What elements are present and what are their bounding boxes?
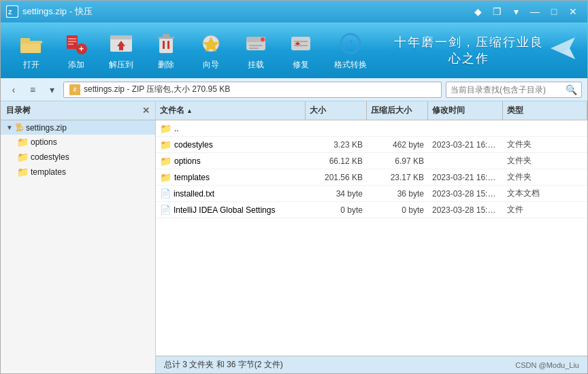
- cell-type-installed: 文本文档: [503, 186, 587, 201]
- wizard-label: 向导: [203, 59, 219, 71]
- cell-type-intellij: 文件: [503, 202, 587, 218]
- cell-packed-templates: 23.17 KB: [367, 169, 428, 185]
- dropdown-btn[interactable]: ▾: [507, 5, 525, 18]
- delete-icon: [153, 31, 179, 56]
- sort-arrow: ▲: [186, 107, 193, 114]
- col-header-size[interactable]: 大小: [306, 101, 367, 120]
- tree-close-btn[interactable]: ✕: [142, 105, 150, 116]
- delete-button[interactable]: 删除: [145, 27, 187, 73]
- expand-arrow: ▼: [6, 124, 13, 131]
- cell-packed-installed: 36 byte: [367, 186, 428, 201]
- file-row-intellij[interactable]: 📄 IntelliJ IDEA Global Settings 0 byte 0…: [156, 202, 587, 218]
- cell-name-installed: 📄 installed.txt: [156, 186, 306, 201]
- restore-btn[interactable]: ❐: [488, 5, 506, 18]
- svg-rect-14: [119, 46, 123, 50]
- tree-header-label: 目录树: [6, 105, 31, 116]
- col-packed-label: 压缩后大小: [371, 105, 412, 116]
- svg-rect-9: [68, 41, 76, 42]
- diamond-btn[interactable]: ◆: [469, 5, 487, 18]
- close-btn[interactable]: ✕: [564, 5, 582, 18]
- open-icon: [18, 31, 44, 56]
- convert-button[interactable]: ↺ 格式转换: [325, 27, 376, 73]
- repair-icon: ✦: [288, 31, 314, 56]
- folder-icon-options: 📁: [160, 156, 172, 167]
- tree-header: 目录树 ✕: [1, 101, 155, 120]
- svg-rect-19: [167, 41, 169, 49]
- file-list: 📁 .. 📁 codest: [156, 120, 587, 356]
- path-text: settings.zip - ZIP 压缩包,大小 270.95 KB: [84, 84, 230, 95]
- col-header-name[interactable]: 文件名 ▲: [156, 101, 306, 120]
- tree-item-codestyles[interactable]: 📁 codestyles: [1, 150, 155, 165]
- add-label: 添加: [68, 59, 84, 71]
- svg-rect-15: [159, 38, 173, 53]
- file-row-templates[interactable]: 📁 templates 201.56 KB 23.17 KB 2023-03-2…: [156, 169, 587, 186]
- search-input[interactable]: [451, 85, 566, 95]
- address-path[interactable]: Z settings.zip - ZIP 压缩包,大小 270.95 KB: [63, 82, 442, 98]
- col-header-date[interactable]: 修改时间: [428, 101, 503, 120]
- file-row-parent[interactable]: 📁 ..: [156, 120, 587, 137]
- zip-tree-icon: 🗜: [15, 122, 24, 133]
- nav-dropdown-btn[interactable]: ▾: [44, 82, 59, 97]
- extract-button[interactable]: 解压到: [100, 27, 142, 73]
- file-row-installed[interactable]: 📄 installed.txt 34 byte 36 byte 2023-03-…: [156, 186, 587, 202]
- convert-label: 格式转换: [334, 59, 367, 71]
- nav-back-btn[interactable]: ‹: [6, 82, 21, 97]
- cell-date-installed: 2023-03-28 15:…: [428, 186, 503, 201]
- zip-file-icon: Z: [69, 84, 80, 95]
- cell-packed-codestyles: 462 byte: [367, 137, 428, 152]
- cell-name-intellij: 📄 IntelliJ IDEA Global Settings: [156, 202, 306, 218]
- svg-text:Z: Z: [8, 9, 12, 16]
- status-bar: 总计 3 文件夹 和 36 字节(2 文件) CSDN @Modu_Liu: [156, 356, 587, 373]
- cell-size-installed: 34 byte: [306, 186, 367, 201]
- open-button[interactable]: 打开: [10, 27, 52, 73]
- watermark: CSDN @Modu_Liu: [515, 361, 579, 369]
- svg-rect-17: [163, 34, 169, 37]
- minimize-btn[interactable]: —: [526, 5, 544, 18]
- col-size-label: 大小: [310, 105, 326, 116]
- search-area: 🔍: [446, 82, 582, 98]
- maximize-btn[interactable]: □: [545, 5, 563, 18]
- filename-codestyles: codestyles: [174, 140, 213, 150]
- folder-codestyles-icon: 📁: [17, 152, 29, 163]
- mount-label: 挂载: [248, 59, 264, 71]
- cell-type-options: 文件夹: [503, 153, 587, 169]
- wizard-icon: [198, 31, 224, 56]
- convert-icon: ↺: [338, 31, 363, 56]
- filename-templates: templates: [174, 173, 210, 182]
- svg-rect-30: [294, 45, 308, 46]
- file-row-options[interactable]: 📁 options 66.12 KB 6.97 KB 文件夹: [156, 153, 587, 169]
- folder-options-icon: 📁: [17, 137, 29, 148]
- main-area: 目录树 ✕ ▼ 🗜 settings.zip 📁 options 📁 codes…: [1, 101, 587, 373]
- mount-button[interactable]: 挂载: [235, 27, 277, 73]
- extract-icon: [108, 31, 134, 56]
- search-icon[interactable]: 🔍: [566, 84, 577, 95]
- file-row-codestyles[interactable]: 📁 codestyles 3.23 KB 462 byte 2023-03-21…: [156, 137, 587, 153]
- col-name-label: 文件名: [160, 105, 184, 116]
- mount-icon: [243, 31, 269, 56]
- col-header-packed[interactable]: 压缩后大小: [367, 101, 428, 120]
- app-icon: Z: [6, 5, 18, 18]
- svg-rect-26: [249, 48, 259, 49]
- tree-item-templates[interactable]: 📁 templates: [1, 165, 155, 180]
- add-button[interactable]: + 添加: [55, 27, 97, 73]
- filename-options: options: [174, 156, 201, 166]
- open-label: 打开: [23, 59, 39, 71]
- filename-installed: installed.txt: [174, 189, 214, 199]
- repair-label: 修复: [293, 59, 309, 71]
- repair-button[interactable]: ✦ 修复: [280, 27, 322, 73]
- address-bar: ‹ ≡ ▾ Z settings.zip - ZIP 压缩包,大小 270.95…: [1, 78, 587, 101]
- tree-item-settings-zip[interactable]: ▼ 🗜 settings.zip: [1, 120, 155, 135]
- tree-item-options[interactable]: 📁 options: [1, 135, 155, 150]
- svg-text:↺: ↺: [345, 38, 353, 49]
- svg-rect-25: [249, 45, 263, 46]
- folder-templates-icon: 📁: [17, 167, 29, 177]
- wizard-button[interactable]: 向导: [190, 27, 232, 73]
- toolbar-slogan: 十年磨一剑，压缩行业良心之作: [379, 34, 545, 67]
- file-header: 文件名 ▲ 大小 压缩后大小 修改时间 类型: [156, 101, 587, 120]
- plane-icon: [548, 33, 578, 68]
- col-date-label: 修改时间: [432, 105, 465, 116]
- file-icon-installed: 📄: [160, 188, 171, 199]
- svg-rect-16: [158, 37, 174, 39]
- col-header-type[interactable]: 类型: [503, 101, 587, 120]
- nav-list-btn[interactable]: ≡: [25, 82, 40, 97]
